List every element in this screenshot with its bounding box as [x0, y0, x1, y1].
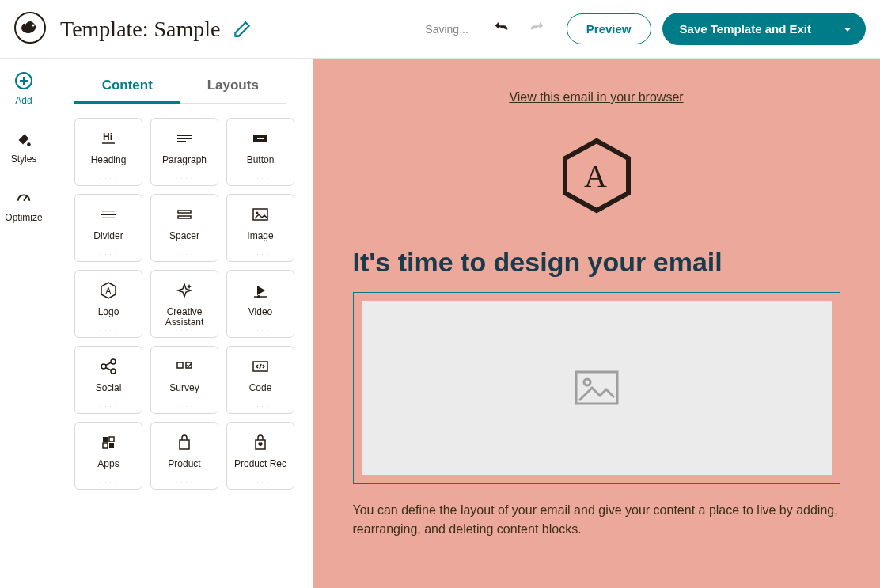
svg-rect-20 — [109, 437, 114, 442]
email-canvas[interactable]: View this email in your browser A It's t… — [313, 59, 880, 588]
tab-content[interactable]: Content — [74, 70, 180, 104]
heading-icon: Hi — [97, 127, 119, 150]
divider-icon — [97, 203, 119, 226]
bag-heart-icon — [249, 431, 271, 454]
image-placeholder-block[interactable] — [353, 292, 840, 484]
block-product-rec[interactable]: Product Rec : : : : — [226, 422, 294, 490]
sidebar-panel: Content Layouts Hi Heading : : : : Parag… — [47, 59, 313, 588]
gauge-icon — [14, 188, 33, 207]
code-icon — [249, 355, 271, 378]
block-social[interactable]: Social : : : : — [74, 346, 142, 414]
header: Template: Sample Saving... Preview Save … — [0, 0, 880, 59]
svg-point-25 — [584, 379, 590, 385]
button-icon — [249, 127, 271, 150]
svg-rect-19 — [103, 437, 108, 442]
block-social-label: Social — [96, 383, 122, 393]
block-divider[interactable]: Divider : : : : — [74, 194, 142, 262]
svg-point-12 — [257, 295, 260, 298]
tab-layouts[interactable]: Layouts — [180, 70, 286, 103]
preview-button[interactable]: Preview — [567, 13, 651, 44]
paint-icon — [14, 130, 33, 149]
plus-circle-icon — [14, 71, 33, 90]
block-heading[interactable]: Hi Heading : : : : — [74, 118, 142, 186]
block-creative-assistant[interactable]: Creative Assistant : : : : — [150, 270, 218, 338]
block-video-label: Video — [248, 307, 272, 317]
paragraph-icon — [173, 127, 195, 150]
save-button[interactable]: Save Template and Exit — [662, 13, 829, 45]
view-in-browser-link[interactable]: View this email in your browser — [336, 90, 858, 104]
apps-icon — [97, 431, 119, 454]
block-survey[interactable]: Survey : : : : — [150, 346, 218, 414]
block-code-label: Code — [249, 383, 272, 393]
svg-point-3 — [27, 142, 31, 146]
redo-button — [524, 14, 551, 44]
svg-point-10 — [256, 212, 259, 214]
block-apps[interactable]: Apps : : : : — [74, 422, 142, 490]
bag-icon — [173, 431, 195, 454]
redo-icon — [529, 19, 546, 36]
canvas-logo[interactable]: A — [336, 136, 858, 215]
rail-optimize-label: Optimize — [5, 212, 42, 223]
block-heading-label: Heading — [91, 155, 127, 165]
svg-rect-16 — [177, 362, 183, 368]
block-button[interactable]: Button : : : : — [226, 118, 294, 186]
svg-text:A: A — [106, 286, 112, 295]
svg-rect-22 — [109, 443, 114, 448]
undo-button[interactable] — [487, 14, 514, 44]
svg-rect-6 — [257, 138, 264, 139]
image-icon — [249, 203, 271, 226]
rail-add-label: Add — [15, 95, 32, 106]
block-spacer[interactable]: Spacer : : : : — [150, 194, 218, 262]
save-dropdown-button[interactable] — [829, 13, 866, 45]
block-paragraph[interactable]: Paragraph : : : : — [150, 118, 218, 186]
block-product-label: Product — [168, 459, 200, 469]
pencil-icon — [232, 19, 252, 40]
rail-optimize[interactable]: Optimize — [5, 188, 42, 223]
block-code[interactable]: Code : : : : — [226, 346, 294, 414]
block-survey-label: Survey — [169, 383, 199, 393]
svg-rect-7 — [178, 211, 191, 213]
image-placeholder-icon — [575, 370, 619, 405]
block-button-label: Button — [247, 155, 275, 165]
chevron-down-icon — [842, 24, 853, 35]
svg-point-14 — [111, 359, 116, 364]
mailchimp-logo — [14, 12, 46, 47]
rail-styles-label: Styles — [11, 154, 37, 165]
svg-text:Hi: Hi — [103, 131, 112, 142]
block-product[interactable]: Product : : : : — [150, 422, 218, 490]
hexagon-a-icon: A — [557, 136, 636, 215]
block-productrec-label: Product Rec — [234, 459, 286, 469]
block-logo[interactable]: A Logo : : : : — [74, 270, 142, 338]
rail-add[interactable]: Add — [14, 71, 33, 106]
block-image[interactable]: Image : : : : — [226, 194, 294, 262]
svg-rect-8 — [178, 216, 191, 218]
share-icon — [97, 355, 119, 378]
saving-status: Saving... — [425, 23, 468, 36]
block-paragraph-label: Paragraph — [162, 155, 207, 165]
block-divider-label: Divider — [93, 231, 123, 241]
svg-point-1 — [32, 24, 35, 26]
block-logo-label: Logo — [98, 307, 119, 317]
survey-icon — [173, 355, 195, 378]
video-icon — [249, 279, 271, 302]
canvas-body-text[interactable]: You can define the layout of your email … — [353, 501, 840, 539]
sparkle-icon — [173, 279, 195, 302]
logo-hex-icon: A — [97, 279, 119, 302]
block-image-label: Image — [247, 231, 273, 241]
block-spacer-label: Spacer — [169, 231, 199, 241]
page-title: Template: Sample — [60, 17, 221, 42]
block-video[interactable]: Video : : : : — [226, 270, 294, 338]
undo-icon — [492, 19, 510, 36]
svg-point-13 — [101, 364, 106, 369]
rail-styles[interactable]: Styles — [11, 130, 37, 165]
svg-text:A: A — [584, 158, 607, 194]
canvas-headline[interactable]: It's time to design your email — [353, 247, 840, 278]
svg-rect-21 — [103, 443, 108, 448]
block-apps-label: Apps — [97, 459, 119, 469]
edit-title-button[interactable] — [232, 19, 252, 40]
spacer-icon — [173, 203, 195, 226]
tool-rail: Add Styles Optimize — [0, 59, 47, 588]
svg-point-15 — [111, 369, 116, 374]
content-blocks-grid: Hi Heading : : : : Paragraph : : : : But… — [74, 118, 313, 490]
